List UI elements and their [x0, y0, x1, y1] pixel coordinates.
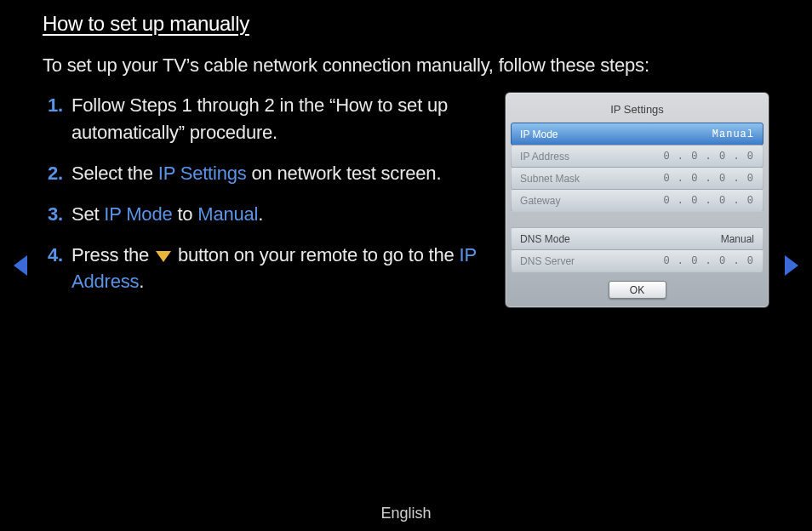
- ok-button[interactable]: OK: [609, 281, 666, 299]
- step-text: to: [172, 203, 197, 225]
- step-2: Select the IP Settings on network test s…: [48, 160, 505, 187]
- step-4: Press the button on your remote to go to…: [48, 242, 505, 296]
- dns-mode-row[interactable]: DNS Mode Manual: [511, 227, 763, 250]
- nav-next-icon[interactable]: [785, 255, 798, 276]
- row-label: DNS Server: [520, 255, 575, 267]
- step-text: Press the: [71, 244, 154, 266]
- subnet-mask-row[interactable]: Subnet Mask 0 . 0 . 0 . 0: [511, 167, 763, 190]
- row-label: Subnet Mask: [520, 173, 580, 185]
- keyword-ip-mode: IP Mode: [104, 203, 172, 225]
- row-label: IP Mode: [520, 128, 558, 140]
- row-value: 0 . 0 . 0 . 0: [663, 173, 754, 185]
- keyword-manual: Manual: [197, 203, 258, 225]
- intro-text: To set up your TV’s cable network connec…: [43, 54, 769, 77]
- step-text: .: [139, 271, 144, 292]
- page-title: How to set up manually: [43, 12, 769, 36]
- ip-settings-panel: IP Settings IP Mode Manual IP Address 0 …: [505, 92, 769, 308]
- step-text: Select the: [71, 163, 158, 184]
- step-text: Follow Steps 1 through 2 in the “How to …: [71, 94, 448, 143]
- nav-prev-icon[interactable]: [14, 255, 27, 276]
- footer-language: English: [0, 505, 812, 522]
- step-text: .: [258, 203, 263, 225]
- step-text: Set: [71, 203, 104, 225]
- ip-address-row[interactable]: IP Address 0 . 0 . 0 . 0: [511, 145, 763, 168]
- row-value: 0 . 0 . 0 . 0: [663, 255, 754, 267]
- step-text: button on your remote to go to the: [173, 244, 459, 266]
- gateway-row[interactable]: Gateway 0 . 0 . 0 . 0: [511, 189, 763, 212]
- row-label: DNS Mode: [520, 233, 570, 245]
- row-value: Manual: [721, 233, 754, 245]
- steps-list: Follow Steps 1 through 2 in the “How to …: [43, 92, 505, 309]
- keyword-ip-settings: IP Settings: [158, 163, 247, 184]
- ip-mode-row[interactable]: IP Mode Manual: [511, 123, 763, 146]
- row-label: IP Address: [520, 151, 569, 163]
- step-text: on network test screen.: [247, 163, 442, 184]
- row-label: Gateway: [520, 195, 560, 207]
- step-1: Follow Steps 1 through 2 in the “How to …: [48, 92, 505, 146]
- down-arrow-icon: [156, 251, 171, 262]
- row-value: 0 . 0 . 0 . 0: [663, 151, 754, 163]
- row-value: 0 . 0 . 0 . 0: [663, 195, 754, 207]
- dns-server-row[interactable]: DNS Server 0 . 0 . 0 . 0: [511, 249, 763, 272]
- row-value: Manual: [712, 128, 754, 140]
- panel-title: IP Settings: [511, 100, 763, 123]
- step-3: Set IP Mode to Manual.: [48, 201, 505, 228]
